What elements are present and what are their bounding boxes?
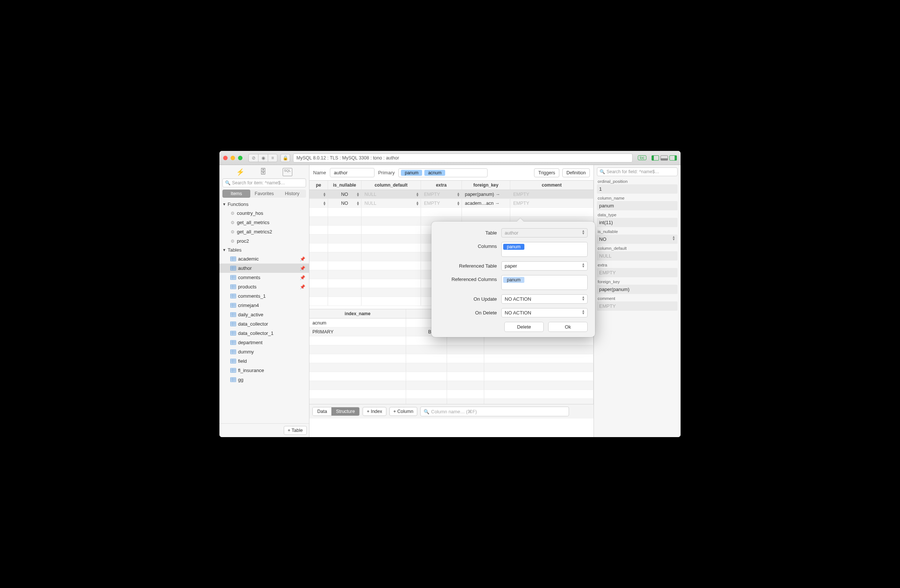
sidebar-item-function[interactable]: ⚙get_all_metrics2 — [219, 227, 309, 237]
col-header-foreign-key[interactable]: foreign_key — [462, 181, 510, 190]
table-icon — [231, 359, 236, 363]
popover-on-update-select[interactable]: NO ACTION▲▼ — [501, 294, 588, 304]
tab-favorites[interactable]: Favorites — [250, 190, 278, 198]
inspector-value[interactable]: EMPTY — [597, 268, 678, 277]
zoom-window-icon[interactable] — [238, 156, 242, 160]
sidebar-item-table[interactable]: data_collector_1 — [219, 328, 309, 338]
columns-header-row: pe is_nullable column_default extra fore… — [309, 181, 594, 190]
popover-table-select[interactable]: author▲▼ — [501, 228, 588, 237]
col-header-extra[interactable]: extra — [421, 181, 462, 190]
definition-button[interactable]: Definition — [562, 169, 590, 177]
inspector-search[interactable]: 🔍 Search for field: ^name$… — [597, 167, 678, 176]
popover-label-ref-columns: Referenced Columns — [439, 275, 497, 282]
eye-icon[interactable]: ◉ — [258, 154, 268, 162]
titlebar: ⊘ ◉ ≡ 🔒 MySQL 8.0.12 : TLS : MySQL 3308 … — [219, 151, 681, 165]
sidebar-item-table[interactable]: daily_active — [219, 310, 309, 319]
inspector-value[interactable]: int(11) — [597, 218, 678, 227]
empty-row — [309, 390, 594, 399]
chevron-updown-icon: ▲▼ — [582, 263, 585, 268]
popover-ok-button[interactable]: Ok — [548, 322, 588, 332]
inspector-value[interactable]: paper(panum) — [597, 285, 678, 294]
popover-ref-columns-field[interactable]: panum — [501, 275, 588, 290]
add-column-button[interactable]: + Column — [389, 407, 417, 416]
inspector-value[interactable]: 1 — [597, 184, 678, 193]
svg-rect-10 — [231, 275, 236, 280]
functions-header[interactable]: ▼ Functions — [219, 200, 309, 209]
table-name-field[interactable]: author — [330, 168, 374, 177]
list-icon[interactable]: ≡ — [268, 154, 278, 162]
left-panel-toggle-icon[interactable] — [652, 155, 659, 161]
sidebar-item-table[interactable]: data_collector — [219, 319, 309, 328]
chevron-updown-icon: ▲▼ — [416, 192, 419, 197]
sidebar-search[interactable]: 🔍 Search for item: ^name$… — [222, 178, 306, 187]
plug-icon[interactable]: ⚡ — [236, 168, 244, 176]
sidebar-item-function[interactable]: ⚙proc2 — [219, 237, 309, 246]
tables-header[interactable]: ▼ Tables — [219, 246, 309, 254]
minimize-window-icon[interactable] — [231, 156, 235, 160]
col-header-comment[interactable]: comment — [510, 181, 594, 190]
add-table-button[interactable]: + Table — [284, 426, 307, 435]
inspector-label: column_default — [597, 246, 677, 251]
empty-row — [309, 345, 594, 354]
sidebar-item-table[interactable]: field — [219, 356, 309, 366]
chevron-updown-icon: ▲▼ — [457, 201, 460, 206]
table-icon — [231, 285, 236, 289]
pin-icon: 📌 — [300, 275, 305, 280]
primary-key-field[interactable]: panum acnum — [398, 169, 487, 177]
seg-data[interactable]: Data — [313, 407, 331, 416]
tab-items[interactable]: Items — [222, 190, 250, 198]
sidebar-item-table[interactable]: academic📌 — [219, 254, 309, 263]
seg-structure[interactable]: Structure — [331, 407, 359, 416]
empty-row — [309, 363, 594, 372]
right-panel-toggle-icon[interactable] — [669, 155, 677, 161]
tab-history[interactable]: History — [278, 190, 306, 198]
sql-icon[interactable]: SQL — [282, 168, 292, 176]
stop-icon[interactable]: ⊘ — [248, 154, 258, 162]
sidebar-item-table[interactable]: gg — [219, 375, 309, 384]
inspector-label: data_type — [597, 213, 677, 217]
sidebar-item-table[interactable]: crimejan4 — [219, 301, 309, 310]
sidebar-item-table[interactable]: author📌 — [219, 263, 309, 273]
sidebar-item-table[interactable]: comments_1 — [219, 291, 309, 301]
sidebar-item-function[interactable]: ⚙get_all_metrics — [219, 218, 309, 227]
add-index-button[interactable]: + Index — [363, 407, 386, 416]
inspector-value[interactable]: panum — [597, 201, 678, 210]
sidebar-item-table[interactable]: products📌 — [219, 282, 309, 291]
sidebar-item-function[interactable]: ⚙country_hos — [219, 209, 309, 218]
sidebar-item-table[interactable]: fl_insurance — [219, 366, 309, 375]
close-window-icon[interactable] — [223, 156, 228, 160]
index-header-name[interactable]: index_name — [309, 309, 406, 318]
table-icon — [231, 313, 236, 317]
gear-icon: ⚙ — [231, 229, 235, 235]
inspector-label: column_name — [597, 196, 677, 200]
col-header-pe[interactable]: pe — [309, 181, 328, 190]
sidebar: ⚡ 🗄 SQL 🔍 Search for item: ^name$… Items… — [219, 165, 309, 437]
sidebar-item-table[interactable]: dummy — [219, 347, 309, 356]
col-header-column-default[interactable]: column_default — [362, 181, 421, 190]
column-row[interactable]: ▲▼NO▲▼NULL▲▼EMPTY▲▼paper(panum)→EMPTY — [309, 190, 594, 199]
empty-row — [309, 336, 594, 345]
connection-path[interactable]: MySQL 8.0.12 : TLS : MySQL 3308 : tono :… — [293, 153, 633, 162]
tables-header-label: Tables — [228, 247, 242, 253]
sidebar-item-table[interactable]: comments📌 — [219, 273, 309, 282]
database-icon[interactable]: 🗄 — [260, 168, 267, 176]
bottom-panel-toggle-icon[interactable] — [661, 155, 668, 161]
popover-columns-field[interactable]: panum — [501, 242, 588, 257]
triggers-button[interactable]: Triggers — [534, 169, 559, 177]
lock-icon[interactable]: 🔒 — [281, 154, 290, 162]
primary-pill: acnum — [424, 170, 445, 176]
popover-ref-table-select[interactable]: paper▲▼ — [501, 261, 588, 271]
col-header-is-nullable[interactable]: is_nullable — [328, 181, 362, 190]
popover-on-delete-select[interactable]: NO ACTION▲▼ — [501, 308, 588, 317]
svg-rect-30 — [231, 313, 236, 317]
inspector-value[interactable]: EMPTY — [597, 302, 678, 311]
column-filter-input[interactable]: 🔍 Column name… (⌘F) — [420, 407, 569, 416]
sidebar-item-table[interactable]: department — [219, 338, 309, 347]
popover-label-on-update: On Update — [439, 296, 497, 302]
column-row[interactable]: ▲▼NO▲▼NULL▲▼EMPTY▲▼academ…acn→EMPTY — [309, 199, 594, 208]
inspector-value[interactable]: NO▲▼ — [597, 235, 678, 244]
sidebar-search-placeholder: Search for item: ^name$… — [232, 180, 285, 186]
popover-delete-button[interactable]: Delete — [504, 322, 544, 332]
inspector-value[interactable]: NULL — [597, 251, 678, 260]
primary-pill: panum — [401, 170, 422, 176]
